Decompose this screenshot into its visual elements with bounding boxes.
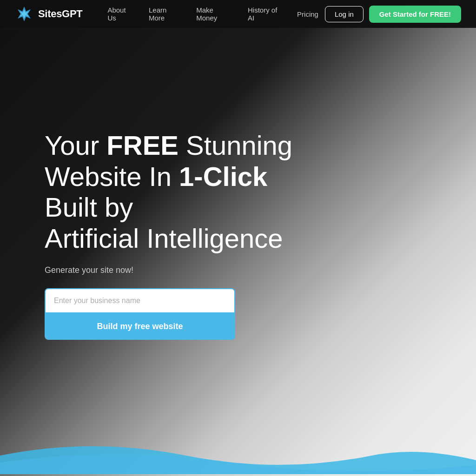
hero-title-free: FREE (106, 130, 178, 160)
nav-links: About Us Learn More Make Money History o… (101, 2, 325, 26)
login-button[interactable]: Log in (325, 6, 364, 22)
nav-actions: Log in Get Started for FREE! (325, 6, 461, 23)
navbar: SitesGPT About Us Learn More Make Money … (0, 0, 476, 28)
business-name-input[interactable] (45, 288, 235, 313)
hero-title-part1: Your (45, 130, 106, 160)
logo-icon (15, 5, 33, 23)
nav-learn-more[interactable]: Learn More (142, 2, 188, 26)
hero-title-part3: Built byArtificial Intelligence (45, 192, 283, 253)
get-started-button[interactable]: Get Started for FREE! (369, 6, 461, 23)
hero-title-1click: 1-Click (179, 161, 267, 192)
hero-title: Your FREE StunningWebsite In 1-Click Bui… (45, 130, 314, 254)
hero-subtitle: Generate your site now! (45, 265, 476, 275)
build-website-button[interactable]: Build my free website (45, 313, 235, 340)
nav-make-money[interactable]: Make Money (190, 2, 239, 26)
nav-pricing[interactable]: Pricing (291, 7, 325, 22)
hero-section: Your FREE StunningWebsite In 1-Click Bui… (0, 28, 476, 340)
nav-history-of-ai[interactable]: History of AI (241, 2, 289, 26)
wave-decoration (0, 437, 476, 476)
brand-name: SitesGPT (38, 8, 82, 20)
logo-link[interactable]: SitesGPT (15, 5, 82, 23)
nav-about-us[interactable]: About Us (101, 2, 140, 26)
